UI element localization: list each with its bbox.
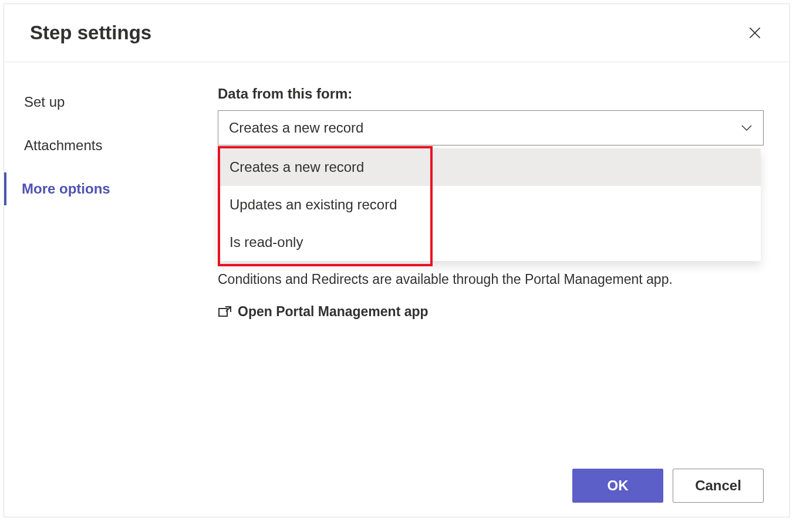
button-label: Cancel (695, 477, 741, 493)
sidebar: Set up Attachments More options (4, 62, 194, 455)
close-button[interactable] (746, 24, 764, 42)
ok-button[interactable]: OK (572, 469, 663, 503)
dropdown-option-creates[interactable]: Creates a new record (218, 148, 761, 186)
link-label: Open Portal Management app (238, 304, 428, 320)
external-link-icon (218, 306, 232, 317)
dropdown-option-label: Is read-only (230, 234, 303, 250)
svg-rect-2 (219, 309, 227, 316)
data-form-dropdown[interactable]: Creates a new record (218, 110, 764, 145)
dialog-title: Step settings (30, 22, 151, 44)
content-area: Data from this form: Creates a new recor… (194, 62, 789, 455)
dropdown-selected-value: Creates a new record (229, 120, 363, 136)
chevron-down-icon (741, 124, 752, 131)
button-label: OK (608, 477, 629, 493)
dropdown-option-updates[interactable]: Updates an existing record (218, 186, 761, 223)
dialog-header: Step settings (4, 4, 789, 62)
dialog-body: Set up Attachments More options Data fro… (4, 62, 789, 455)
dropdown-option-label: Updates an existing record (230, 196, 397, 212)
sidebar-item-label: More options (22, 181, 110, 196)
sidebar-item-more-options[interactable]: More options (4, 172, 194, 205)
dialog-footer: OK Cancel (4, 455, 789, 517)
hint-text: Conditions and Redirects are available t… (218, 269, 764, 290)
step-settings-dialog: Step settings Set up Attachments More op… (4, 4, 790, 517)
field-label: Data from this form: (218, 86, 764, 102)
open-portal-link[interactable]: Open Portal Management app (218, 304, 764, 320)
sidebar-item-label: Set up (24, 94, 65, 110)
dropdown-list: Creates a new record Updates an existing… (218, 148, 761, 261)
sidebar-item-setup[interactable]: Set up (4, 86, 194, 118)
dropdown-option-readonly[interactable]: Is read-only (218, 223, 761, 261)
sidebar-item-attachments[interactable]: Attachments (4, 129, 194, 162)
dropdown-option-label: Creates a new record (230, 159, 364, 175)
close-icon (747, 25, 762, 40)
sidebar-item-label: Attachments (24, 137, 102, 153)
cancel-button[interactable]: Cancel (673, 469, 764, 503)
